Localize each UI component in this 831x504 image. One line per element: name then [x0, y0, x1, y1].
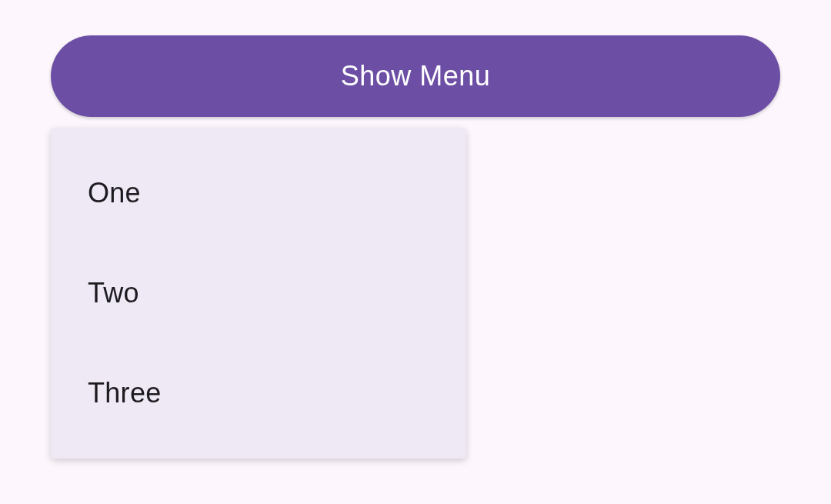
menu-item-two[interactable]: Two — [51, 243, 466, 343]
menu-item-three[interactable]: Three — [51, 343, 466, 443]
menu-item-one[interactable]: One — [51, 143, 466, 243]
show-menu-button[interactable]: Show Menu — [51, 35, 780, 117]
menu-dropdown: One Two Three — [51, 128, 466, 459]
